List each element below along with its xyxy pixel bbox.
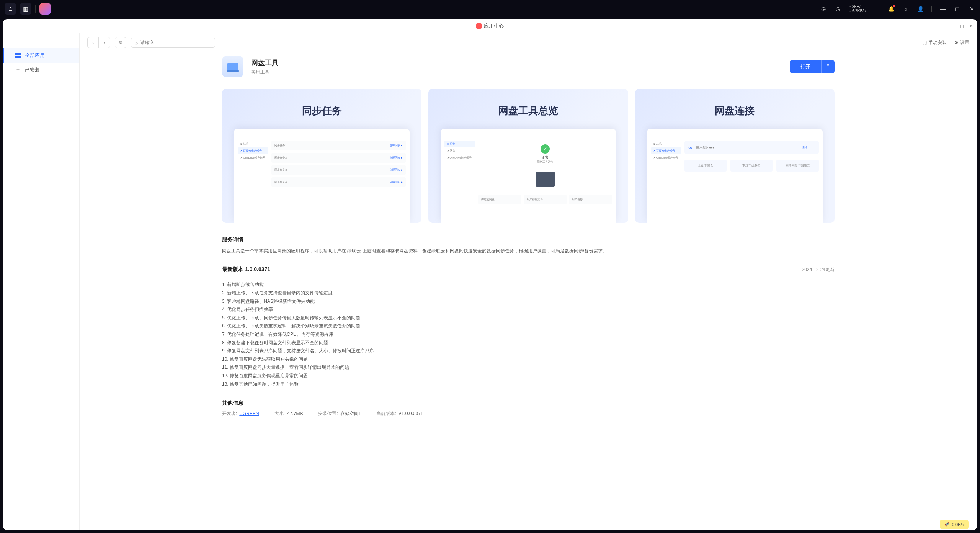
gear-icon: ⚙ — [954, 40, 959, 45]
screenshot-title: 同步任务 — [302, 104, 342, 118]
win-close-icon[interactable]: ✕ — [969, 23, 973, 29]
sidebar: 全部应用 已安装 — [3, 33, 80, 530]
app-header: 网盘工具 实用工具 打开 ▼ — [222, 56, 835, 77]
sidebar-item-label: 全部应用 — [25, 52, 45, 59]
app-size: 47.7MB — [287, 411, 303, 416]
changelog-item: 3. 客户端网盘路径、NAS路径新增文件夹功能 — [222, 298, 835, 306]
svg-rect-0 — [15, 53, 18, 55]
app-logo-icon — [476, 23, 482, 29]
window-title: 应用中心 — [484, 23, 504, 29]
screenshot-card[interactable]: 网盘工具总览 ◉ 总览 ◔ 网盘 ◔ OneDrive帐户帐号 — [428, 89, 628, 223]
version-heading: 最新版本 1.0.0.0371 — [222, 266, 270, 273]
screenshot-preview: ◉ 总览 ◔ 百度云帐户帐号 ◔ OneDrive帐户帐号 ∞ 用户名称 ●●● — [647, 129, 823, 223]
forward-button[interactable]: › — [99, 37, 110, 48]
svg-rect-2 — [15, 56, 18, 58]
manual-install-button[interactable]: ⬚ 手动安装 — [923, 39, 947, 46]
win-minimize-icon[interactable]: — — [950, 23, 955, 29]
network-stats: ↑ 3KB/s ↓ 6.7KB/s — [849, 5, 866, 13]
screenshot-preview: ◉ 总览 ◔ 百度云帐户帐号 ◔ OneDrive帐户帐号 同步任务1立即同步 … — [234, 129, 410, 223]
cpu-gauge-icon: ◶ — [820, 5, 827, 12]
svg-rect-1 — [18, 53, 21, 55]
close-icon[interactable]: ✕ — [969, 5, 975, 12]
changelog-item: 12. 修复百度网盘服务偶现重启异常的问题 — [222, 372, 835, 380]
sidebar-item-label: 已安装 — [25, 67, 40, 74]
open-button[interactable]: 打开 — [790, 60, 821, 73]
search-icon[interactable]: ⌕ — [902, 5, 909, 12]
changelog-item: 2. 新增上传、下载任务支持查看目录内的文件传输进度 — [222, 289, 835, 298]
changelog-item: 10. 修复百度网盘无法获取用户头像的问题 — [222, 355, 835, 364]
sidebar-item-installed[interactable]: 已安装 — [3, 63, 79, 77]
changelog-item: 7. 优化任务处理逻辑，有效降低CPU、内存等资源占用 — [222, 330, 835, 339]
screenshot-title: 网盘工具总览 — [498, 104, 558, 118]
grid-icon — [15, 52, 21, 59]
win-maximize-icon[interactable]: ◻ — [960, 23, 964, 29]
system-bar: 🖥 ▦ ◶ ◶ ↑ 3KB/s ↓ 6.7KB/s ≡ 🔔 ⌕ 👤 — ◻ ✕ — [0, 0, 980, 18]
settings-button[interactable]: ⚙ 设置 — [954, 39, 969, 46]
app-window: 应用中心 — ◻ ✕ 全部应用 已安装 ‹ — [3, 19, 977, 530]
changelog-item: 11. 修复百度网盘同步大量数据，查看同步详情出现异常的问题 — [222, 363, 835, 372]
desktop-icon[interactable]: 🖥 — [5, 3, 16, 15]
changelog: 1. 新增断点续传功能2. 新增上传、下载任务支持查看目录内的文件传输进度3. … — [222, 281, 835, 388]
app-icon — [222, 56, 243, 77]
ram-gauge-icon: ◶ — [835, 5, 841, 12]
screenshot-card[interactable]: 同步任务 ◉ 总览 ◔ 百度云帐户帐号 ◔ OneDrive帐户帐号 — [222, 89, 421, 223]
install-location: 存储空间1 — [340, 411, 361, 416]
download-icon — [15, 67, 21, 73]
changelog-item: 6. 优化上传、下载失败重试逻辑，解决个别场景重试失败任务的问题 — [222, 322, 835, 330]
back-button[interactable]: ‹ — [87, 37, 99, 48]
changelog-item: 4. 优化同步任务扫描效率 — [222, 306, 835, 314]
changelog-item: 9. 修复网盘文件列表排序问题，支持按文件名、大小、修改时间正逆序排序 — [222, 347, 835, 355]
service-description: 网盘工具是一个非常实用且高效的应用程序，可以帮助用户在 绿联云 上随时查看和存取… — [222, 247, 835, 255]
apps-grid-icon[interactable]: ▦ — [20, 3, 31, 15]
toolbar: ‹ › ↻ ⌕ ⬚ 手动安装 ⚙ 设置 — [80, 33, 977, 52]
other-info-heading: 其他信息 — [222, 400, 835, 407]
changelog-item: 13. 修复其他已知问题，提升用户体验 — [222, 380, 835, 389]
sidebar-item-all-apps[interactable]: 全部应用 — [3, 48, 79, 63]
screenshots-row: 同步任务 ◉ 总览 ◔ 百度云帐户帐号 ◔ OneDrive帐户帐号 — [222, 89, 835, 223]
current-version: V1.0.0.0371 — [399, 411, 423, 416]
window-titlebar: 应用中心 — ◻ ✕ — [3, 19, 977, 33]
menu-icon[interactable]: ≡ — [873, 5, 880, 12]
running-app-icon[interactable] — [39, 3, 51, 15]
app-name: 网盘工具 — [251, 58, 279, 67]
developer-link[interactable]: UGREEN — [239, 411, 259, 416]
svg-rect-3 — [18, 56, 21, 58]
screenshot-card[interactable]: 网盘连接 ◉ 总览 ◔ 百度云帐户帐号 ◔ OneDrive帐户帐号 — [635, 89, 835, 223]
search-icon: ⌕ — [135, 40, 138, 46]
notification-icon[interactable]: 🔔 — [888, 5, 895, 12]
service-heading: 服务详情 — [222, 236, 835, 243]
changelog-item: 5. 优化上传、下载、同步任务传输大数量时传输列表显示不全的问题 — [222, 314, 835, 322]
other-info-row: 开发者:UGREEN 大小:47.7MB 安装位置:存储空间1 当前版本:V1.… — [222, 410, 835, 417]
upload-icon: ⬚ — [923, 40, 927, 45]
app-category: 实用工具 — [251, 69, 279, 75]
transfer-rate-widget[interactable]: 0.0B/s — [940, 520, 969, 529]
user-icon[interactable]: 👤 — [917, 5, 924, 12]
screenshot-title: 网盘连接 — [715, 104, 755, 118]
minimize-icon[interactable]: — — [939, 5, 946, 12]
update-date: 2024-12-24更新 — [802, 266, 835, 273]
search-input[interactable] — [140, 40, 211, 45]
changelog-item: 8. 修复创建下载任务时网盘文件列表显示不全的问题 — [222, 339, 835, 347]
refresh-button[interactable]: ↻ — [115, 37, 126, 48]
maximize-icon[interactable]: ◻ — [954, 5, 961, 12]
search-box[interactable]: ⌕ — [131, 38, 215, 48]
open-dropdown-button[interactable]: ▼ — [821, 60, 835, 73]
changelog-item: 1. 新增断点续传功能 — [222, 281, 835, 289]
screenshot-preview: ◉ 总览 ◔ 网盘 ◔ OneDrive帐户帐号 ✓ 正常 网络工具运 — [441, 129, 616, 223]
